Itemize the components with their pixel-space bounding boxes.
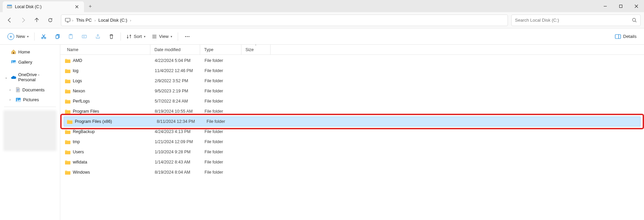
file-name: wifidata xyxy=(73,160,87,164)
navigation-pane[interactable]: Home Gallery ⌄ OneDrive - Personal › Doc… xyxy=(0,45,60,220)
new-tab-button[interactable]: ＋ xyxy=(84,0,96,12)
sidebar-item-label: Gallery xyxy=(18,60,32,65)
svg-point-18 xyxy=(12,61,13,62)
window-close-button[interactable] xyxy=(628,0,644,12)
sidebar-item-gallery[interactable]: Gallery xyxy=(0,57,60,67)
file-name: Logs xyxy=(73,79,82,83)
file-row[interactable]: Nexon9/5/2023 2:19 PMFile folder xyxy=(62,86,643,96)
file-date: 9/5/2023 2:19 PM xyxy=(151,89,200,93)
nav-refresh-button[interactable] xyxy=(44,15,56,26)
maximize-button[interactable] xyxy=(613,0,628,12)
sidebar-item-documents[interactable]: › Documents xyxy=(0,85,60,95)
file-type: File folder xyxy=(200,129,242,134)
column-type[interactable]: Type xyxy=(200,45,241,54)
sidebar-item-label: Pictures xyxy=(23,97,39,102)
file-row[interactable]: tmp1/21/2024 12:09 PMFile folder xyxy=(62,137,643,147)
svg-rect-20 xyxy=(17,90,19,90)
svg-point-23 xyxy=(17,98,18,100)
search-bar[interactable] xyxy=(511,15,641,26)
tab-close-button[interactable] xyxy=(73,3,81,10)
file-row[interactable]: Logs2/9/2022 3:52 PMFile folder xyxy=(62,76,643,86)
minimize-button[interactable] xyxy=(597,0,613,12)
nav-forward-button[interactable] xyxy=(17,15,29,26)
file-date: 4/22/2024 5:04 PM xyxy=(151,58,200,63)
svg-rect-1 xyxy=(7,5,12,6)
column-date-modified[interactable]: Date modified xyxy=(150,45,200,54)
search-input[interactable] xyxy=(515,18,632,23)
breadcrumb-this-pc[interactable]: This PC xyxy=(74,16,94,24)
sort-button[interactable]: Sort ▾ xyxy=(124,31,148,42)
sidebar-item-label: Home xyxy=(18,49,30,54)
navigation-bar: › This PC › Local Disk (C:) › xyxy=(0,12,644,28)
file-type: File folder xyxy=(200,79,242,83)
tab-local-disk[interactable]: Local Disk (C:) xyxy=(3,1,84,12)
more-button[interactable] xyxy=(181,31,194,42)
paste-button[interactable] xyxy=(64,31,77,42)
window-controls xyxy=(597,0,644,12)
annotation-highlight: Program Files (x86)8/11/2024 12:34 PMFil… xyxy=(60,116,644,127)
sidebar-item-onedrive[interactable]: ⌄ OneDrive - Personal xyxy=(0,70,60,85)
command-toolbar: + New ▾ Sort ▾ View ▾ Details xyxy=(0,28,644,45)
file-date: 11/4/2022 12:46 PM xyxy=(151,68,200,73)
chevron-right-icon[interactable]: › xyxy=(71,18,74,22)
sidebar-item-pictures[interactable]: › Pictures xyxy=(0,95,60,105)
nav-back-button[interactable] xyxy=(3,15,16,26)
cut-button[interactable] xyxy=(37,31,50,42)
file-type: File folder xyxy=(200,170,242,175)
pictures-icon xyxy=(16,97,21,102)
folder-icon xyxy=(65,58,71,63)
file-date: 1/14/2022 8:43 AM xyxy=(151,160,200,164)
drive-icon xyxy=(7,4,12,9)
file-type: File folder xyxy=(200,109,242,114)
folder-icon xyxy=(65,150,71,155)
column-name[interactable]: Name xyxy=(60,45,150,54)
file-type: File folder xyxy=(200,99,242,104)
file-row[interactable]: log11/4/2022 12:46 PMFile folder xyxy=(62,66,643,76)
file-name: tmp xyxy=(73,139,80,144)
breadcrumb-local-disk[interactable]: Local Disk (C:) xyxy=(96,16,129,24)
chevron-down-icon: ▾ xyxy=(27,35,29,38)
file-row[interactable]: Windows8/19/2024 8:04 AMFile folder xyxy=(62,167,643,177)
svg-rect-8 xyxy=(56,35,59,39)
file-row[interactable]: wifidata1/14/2022 8:43 AMFile folder xyxy=(62,157,643,167)
file-date: 8/19/2024 10:55 AM xyxy=(151,109,200,114)
file-row[interactable]: PerfLogs5/7/2022 8:24 AMFile folder xyxy=(62,96,643,106)
file-row[interactable]: Program Files8/19/2024 10:55 AMFile fold… xyxy=(62,106,643,116)
file-date: 8/19/2024 8:04 AM xyxy=(151,170,200,175)
chevron-right-icon[interactable]: › xyxy=(129,18,132,22)
share-button[interactable] xyxy=(91,31,104,42)
delete-button[interactable] xyxy=(105,31,118,42)
column-size[interactable]: ˄ Size xyxy=(241,45,271,54)
details-panel-button[interactable]: Details xyxy=(612,31,639,42)
file-row[interactable]: AMD4/22/2024 5:04 PMFile folder xyxy=(62,56,643,66)
file-row[interactable]: Program Files (x86)8/11/2024 12:34 PMFil… xyxy=(64,116,641,127)
file-type: File folder xyxy=(202,119,244,124)
file-list[interactable]: Name Date modified Type ˄ Size AMD4/22/2… xyxy=(60,45,644,220)
svg-rect-3 xyxy=(619,5,622,7)
file-name: Nexon xyxy=(73,89,85,93)
copy-button[interactable] xyxy=(51,31,64,42)
file-date: 5/7/2022 8:24 AM xyxy=(151,99,200,104)
chevron-right-icon[interactable]: › xyxy=(94,18,96,22)
sidebar-item-home[interactable]: Home xyxy=(0,47,60,57)
nav-up-button[interactable] xyxy=(30,15,43,26)
sort-icon xyxy=(126,34,132,39)
column-headers: Name Date modified Type ˄ Size xyxy=(60,45,644,55)
file-type: File folder xyxy=(200,68,242,73)
chevron-down-icon: ▾ xyxy=(171,35,172,38)
new-button[interactable]: + New ▾ xyxy=(5,31,31,42)
file-row[interactable]: Users1/10/2024 9:28 PMFile folder xyxy=(62,147,643,157)
svg-rect-4 xyxy=(65,18,70,21)
file-row[interactable]: RegBackup4/24/2023 4:13 PMFile folder xyxy=(62,127,643,137)
chevron-down-icon[interactable]: ⌄ xyxy=(5,75,9,79)
home-icon xyxy=(11,49,16,54)
list-icon xyxy=(152,34,157,39)
chevron-right-icon[interactable]: › xyxy=(9,98,14,102)
svg-rect-21 xyxy=(17,91,18,91)
rename-button[interactable] xyxy=(78,31,91,42)
view-button[interactable]: View ▾ xyxy=(149,31,175,42)
address-bar[interactable]: › This PC › Local Disk (C:) › xyxy=(61,15,508,26)
chevron-right-icon[interactable]: › xyxy=(9,88,14,92)
file-name: PerfLogs xyxy=(73,99,90,104)
details-pane-icon xyxy=(615,34,621,39)
